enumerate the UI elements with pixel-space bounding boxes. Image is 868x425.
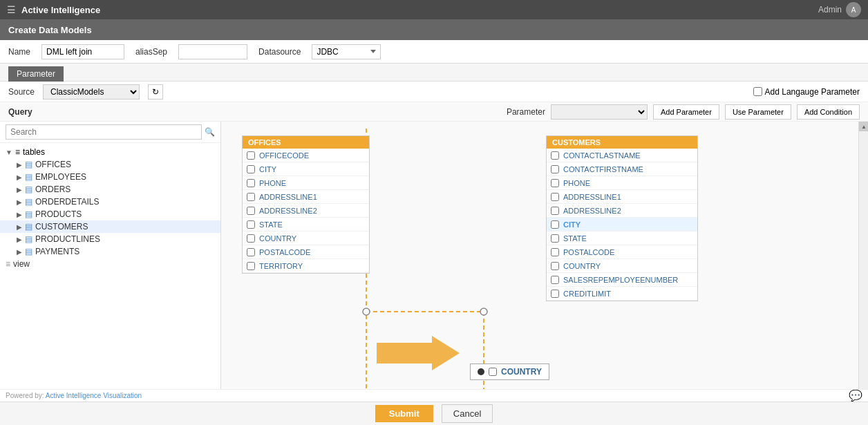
- alias-sep-input[interactable]: [178, 44, 247, 59]
- table-icon-orders: ▤: [25, 185, 32, 194]
- add-parameter-button[interactable]: Add Parameter: [653, 104, 719, 120]
- expand-offices: ▶: [17, 161, 22, 169]
- tree-item-orders[interactable]: ▶ ▤ ORDERS: [0, 183, 220, 196]
- name-input[interactable]: [41, 44, 124, 59]
- cb-addressline2[interactable]: [247, 207, 255, 215]
- field-state[interactable]: STATE: [243, 218, 369, 232]
- right-scrollbar[interactable]: ▲ ▼: [858, 122, 868, 413]
- tree-root-tables[interactable]: ▼ ≡ tables: [0, 146, 220, 158]
- tree-item-offices[interactable]: ▶ ▤ OFFICES: [0, 158, 220, 171]
- cb-country[interactable]: [247, 234, 255, 243]
- field-country[interactable]: COUNTRY: [243, 232, 369, 245]
- field-officecode[interactable]: OFFICECODE: [243, 149, 369, 162]
- tree-label-orderdetails: ORDERDETAILS: [35, 197, 99, 207]
- cb-state[interactable]: [247, 220, 255, 229]
- svg-marker-8: [377, 336, 460, 370]
- use-parameter-button[interactable]: Use Parameter: [725, 104, 791, 120]
- field-label-cust-phone: PHONE: [563, 179, 590, 187]
- cust-field-creditlimit[interactable]: CREDITLIMIT: [547, 287, 697, 301]
- footer-link[interactable]: Active Intelligence Visualization: [46, 392, 142, 399]
- submit-button[interactable]: Submit: [375, 405, 433, 422]
- cb-cust-phone[interactable]: [551, 179, 559, 187]
- view-icon: ≡: [6, 259, 10, 269]
- cb-cust-state[interactable]: [551, 234, 559, 243]
- cb-addressline1[interactable]: [247, 193, 255, 201]
- cust-field-postalcode[interactable]: POSTALCODE: [547, 245, 697, 259]
- cust-field-phone[interactable]: PHONE: [547, 176, 697, 190]
- cb-contactlastname[interactable]: [551, 151, 559, 160]
- add-language-checkbox[interactable]: [753, 87, 762, 96]
- cust-field-contactfirstname[interactable]: CONTACTFIRSTNAME: [547, 162, 697, 176]
- datasource-select[interactable]: JDBC: [312, 44, 381, 59]
- parameter-dropdown[interactable]: [551, 104, 648, 120]
- cancel-button[interactable]: Cancel: [442, 404, 493, 423]
- arrow-svg: [377, 336, 460, 370]
- tree-item-payments[interactable]: ▶ ▤ PAYMENTS: [0, 245, 220, 258]
- cb-phone[interactable]: [247, 179, 255, 187]
- tree-item-customers[interactable]: ▶ ▤ CUSTOMERS: [0, 220, 220, 233]
- scroll-up-button[interactable]: ▲: [859, 122, 868, 131]
- field-addressline1[interactable]: ADDRESSLINE1: [243, 190, 369, 204]
- cb-cust-city[interactable]: [551, 220, 559, 229]
- cb-cust-addressline2[interactable]: [551, 207, 559, 215]
- cb-cust-addressline1[interactable]: [551, 193, 559, 201]
- field-phone[interactable]: PHONE: [243, 176, 369, 190]
- field-label-state: STATE: [259, 220, 283, 229]
- cust-field-state[interactable]: STATE: [547, 232, 697, 245]
- cb-postalcode[interactable]: [247, 248, 255, 256]
- field-label-cust-creditlimit: CREDITLIMIT: [563, 290, 611, 298]
- tree-item-orderdetails[interactable]: ▶ ▤ ORDERDETAILS: [0, 196, 220, 208]
- country-tooltip[interactable]: COUNTRY: [470, 363, 549, 380]
- cb-territory[interactable]: [247, 262, 255, 270]
- cb-contactfirstname[interactable]: [551, 165, 559, 173]
- table-icon-payments: ▤: [25, 247, 32, 256]
- refresh-button[interactable]: ↻: [148, 84, 163, 100]
- offices-title: OFFICES: [248, 138, 281, 147]
- cust-field-addressline2[interactable]: ADDRESSLINE2: [547, 204, 697, 218]
- expand-productlines: ▶: [17, 236, 22, 243]
- tooltip-checkbox[interactable]: [489, 368, 497, 376]
- bottom-bar: Submit Cancel: [0, 402, 868, 425]
- cb-cust-salesrep[interactable]: [551, 276, 559, 284]
- expand-payments: ▶: [17, 248, 22, 256]
- tree-root-label: tables: [23, 147, 45, 157]
- cb-city[interactable]: [247, 165, 255, 173]
- main-layout: ☰ Active Intelligence Admin A Create Dat…: [0, 0, 868, 425]
- expand-products: ▶: [17, 211, 22, 218]
- cb-officecode[interactable]: [247, 151, 255, 160]
- field-territory[interactable]: TERRITORY: [243, 259, 369, 273]
- cust-field-contactlastname[interactable]: CONTACTLASTNAME: [547, 149, 697, 162]
- tree-item-productlines[interactable]: ▶ ▤ PRODUCTLINES: [0, 233, 220, 245]
- cust-field-city[interactable]: CITY: [547, 218, 697, 232]
- chat-icon[interactable]: 💬: [849, 389, 862, 402]
- cb-cust-country[interactable]: [551, 262, 559, 270]
- cb-cust-creditlimit[interactable]: [551, 290, 559, 298]
- tree-item-products[interactable]: ▶ ▤ PRODUCTS: [0, 208, 220, 220]
- add-condition-button[interactable]: Add Condition: [797, 104, 860, 120]
- source-select[interactable]: ClassicModels: [43, 84, 140, 100]
- field-label-contactfirstname: CONTACTFIRSTNAME: [563, 165, 643, 173]
- tree-item-employees[interactable]: ▶ ▤ EMPLOYEES: [0, 171, 220, 183]
- cust-field-addressline1[interactable]: ADDRESSLINE1: [547, 190, 697, 204]
- name-label: Name: [8, 47, 30, 57]
- cust-field-country[interactable]: COUNTRY: [547, 259, 697, 273]
- field-postalcode[interactable]: POSTALCODE: [243, 245, 369, 259]
- expand-orderdetails: ▶: [17, 198, 22, 206]
- form-row: Name aliasSep Datasource JDBC: [0, 40, 868, 64]
- search-input[interactable]: [6, 124, 202, 140]
- field-label-cust-salesrep: SALESREPEMPLOYEENUMBER: [563, 276, 678, 284]
- field-label-officecode: OFFICECODE: [259, 151, 309, 160]
- parameter-tab[interactable]: Parameter: [8, 66, 64, 82]
- admin-label: Admin: [818, 5, 842, 15]
- cb-cust-postalcode[interactable]: [551, 248, 559, 256]
- tree-label-orders: ORDERS: [35, 185, 70, 194]
- tree-item-view[interactable]: ≡ view: [0, 258, 220, 270]
- add-language-container: Add Langauge Parameter: [753, 87, 860, 97]
- field-addressline2[interactable]: ADDRESSLINE2: [243, 204, 369, 218]
- field-city[interactable]: CITY: [243, 162, 369, 176]
- cust-field-salesrep[interactable]: SALESREPEMPLOYEENUMBER: [547, 273, 697, 287]
- table-icon-productlines: ▤: [25, 234, 32, 244]
- hamburger-icon[interactable]: ☰: [7, 4, 16, 15]
- tree-label-offices: OFFICES: [35, 160, 71, 169]
- field-label-addressline1: ADDRESSLINE1: [259, 193, 317, 201]
